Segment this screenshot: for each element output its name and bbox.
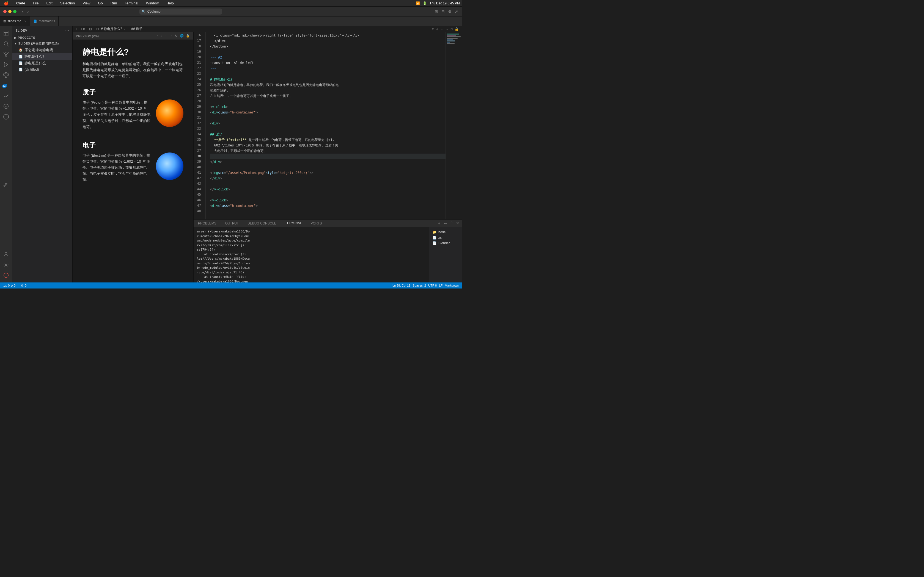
panel-tab-debug[interactable]: DEBUG CONSOLE xyxy=(243,219,281,227)
file-tree-blender[interactable]: 📄 Blender xyxy=(429,240,462,246)
panel-tab-output[interactable]: OUTPUT xyxy=(221,219,243,227)
code-line: </div> xyxy=(210,159,446,164)
search-bar[interactable]: 🔍 Coulumb xyxy=(139,8,222,15)
tab-slides-md-close[interactable]: ✕ xyxy=(24,20,26,23)
editor-icon5[interactable]: ↻ xyxy=(450,27,453,31)
line-number: 48 xyxy=(194,208,201,214)
sidebar-item-slide1[interactable]: 📄 静电是什么? xyxy=(12,53,72,60)
preview-down-icon[interactable]: ↓ xyxy=(160,34,162,38)
activity-extensions[interactable] xyxy=(1,70,11,80)
activity-search[interactable] xyxy=(1,39,11,48)
proton-image xyxy=(156,100,183,127)
preview-lock-icon[interactable]: 🔒 xyxy=(186,34,190,38)
minimize-button[interactable] xyxy=(8,10,11,13)
panel-more-icon[interactable]: ··· xyxy=(443,220,448,226)
editor-icon2[interactable]: ⇩ xyxy=(436,27,439,31)
bold-icon[interactable]: B xyxy=(83,27,85,31)
activity-explorer[interactable] xyxy=(1,28,11,38)
editor-icon6[interactable]: 🔒 xyxy=(455,27,459,31)
status-branch[interactable]: ⎇ 0 ⊘ 0 xyxy=(2,284,16,287)
layout-icon[interactable]: ⊟ xyxy=(441,9,445,14)
sidebar-item-home[interactable]: 🏠 库仑定律与静电场 xyxy=(12,47,72,53)
breadcrumb-file[interactable]: ⊡ xyxy=(89,27,92,31)
app-menu-code[interactable]: Code xyxy=(15,0,27,6)
split-editor-icon[interactable]: ⊞ xyxy=(434,9,439,14)
menu-file[interactable]: File xyxy=(31,0,40,6)
activity-graph[interactable] xyxy=(1,91,11,101)
file-tree-node[interactable]: 📁 node xyxy=(429,229,462,235)
status-eol[interactable]: LF xyxy=(438,284,444,287)
breadcrumb-item2[interactable]: ⊡ ## 质子 xyxy=(126,27,142,31)
apple-menu[interactable]: 🍎 xyxy=(2,0,10,6)
activity-source-control[interactable] xyxy=(1,49,11,59)
menu-run[interactable]: Run xyxy=(109,0,119,6)
status-spaces[interactable]: Spaces: 2 xyxy=(411,284,427,287)
editor-icon3[interactable]: ← xyxy=(440,27,444,31)
activity-slidev[interactable]: S 14 xyxy=(1,81,11,90)
code-editor-inner[interactable]: 1617181920212223242526272829303132333435… xyxy=(194,32,462,219)
tab-slides-md-label: slides.md xyxy=(7,19,21,23)
menu-go[interactable]: Go xyxy=(96,0,104,6)
sidebar-home-label: 库仑定律与静电场 xyxy=(24,48,53,53)
panel-add-icon[interactable]: ＋ xyxy=(437,220,442,226)
activity-python[interactable] xyxy=(1,181,11,191)
slide3-heading: 电子 xyxy=(82,141,183,150)
activity-run[interactable] xyxy=(1,60,11,69)
panel-tab-problems[interactable]: PROBLEMS xyxy=(194,219,221,227)
activity-error[interactable] xyxy=(1,270,11,280)
breadcrumb-item1[interactable]: ⊡ # 静电是什么? xyxy=(96,27,122,31)
editor-tabs-bar: ⊡ slides.md ✕ 📘 mermaid.ts xyxy=(0,16,462,26)
sidebar-item-slide2[interactable]: 📄 静电场是什么 xyxy=(12,60,72,66)
status-sync[interactable]: ⚙ 0 xyxy=(20,284,27,287)
maximize-button[interactable] xyxy=(13,10,16,13)
slides-label: SLIDES (库仑定律与静电场) xyxy=(18,42,58,46)
tab-slides-md[interactable]: ⊡ slides.md ✕ xyxy=(0,16,30,26)
menu-edit[interactable]: Edit xyxy=(45,0,54,6)
terminal-area[interactable]: arse) {/Users/makabaka1880/Documents/Sch… xyxy=(194,227,429,282)
preview-refresh-icon[interactable]: ↻ xyxy=(175,34,178,38)
zsh-file-icon: 📄 xyxy=(433,236,437,240)
file-tree-zsh[interactable]: 📄 zsh xyxy=(429,235,462,240)
activity-accounts[interactable] xyxy=(1,250,11,259)
menu-window[interactable]: Window xyxy=(144,0,160,6)
status-language[interactable]: Markdown xyxy=(444,284,460,287)
tab-mermaid-ts[interactable]: 📘 mermaid.ts xyxy=(30,16,58,26)
activity-knowledge[interactable] xyxy=(1,112,11,122)
split-view-icon[interactable]: ⊟ xyxy=(79,27,82,31)
status-eol-label: LF xyxy=(439,284,443,287)
sidebar-projects-header[interactable]: ▶ PROJECTS xyxy=(12,35,72,40)
editor-icon1[interactable]: ⇧ xyxy=(431,27,434,31)
preview-right-icon[interactable]: → xyxy=(170,34,173,38)
preview-split-icon[interactable]: ⊡ xyxy=(76,27,78,31)
preview-left-icon[interactable]: ← xyxy=(164,34,168,38)
slidev-badge: 14 xyxy=(2,84,6,88)
status-encoding[interactable]: UTF-8 xyxy=(427,284,438,287)
code-content[interactable]: <i class="mdi mdi-chevron-right fa-fade"… xyxy=(206,32,446,219)
panel-tab-terminal[interactable]: TERMINAL xyxy=(281,219,306,227)
settings-icon[interactable]: ⚙ xyxy=(447,9,452,14)
preview-globe-icon[interactable]: 🌐 xyxy=(180,34,184,38)
sidebar-more-icon[interactable]: ··· xyxy=(65,28,69,33)
close-button[interactable] xyxy=(3,10,6,13)
menu-help[interactable]: Help xyxy=(165,0,176,6)
menu-view[interactable]: View xyxy=(81,0,92,6)
activity-settings[interactable] xyxy=(1,260,11,270)
status-cursor[interactable]: Ln 38, Col 11 xyxy=(391,284,411,287)
panel-close-icon[interactable]: ✕ xyxy=(456,220,460,226)
menu-terminal[interactable]: Terminal xyxy=(123,0,140,6)
sidebar-item-slide3[interactable]: 📄 (Untitled) xyxy=(12,66,72,72)
slide3-text: 电子 (Electron) 是一种自然界中的电荷，携带负电荷。它的电荷量为 -1… xyxy=(82,153,150,183)
expand-icon[interactable]: ⤢ xyxy=(454,9,459,14)
panel-collapse-icon[interactable]: ⌃ xyxy=(449,220,454,226)
activity-deploy[interactable] xyxy=(1,102,11,111)
nav-forward-button[interactable]: › xyxy=(26,8,30,15)
slide2-icon: 📄 xyxy=(19,61,23,65)
sidebar-slides-header[interactable]: ▼ SLIDES (库仑定律与静电场) xyxy=(12,40,72,47)
preview-up-icon[interactable]: ↑ xyxy=(157,34,158,38)
terminal-line: s:1794:24) xyxy=(197,248,426,252)
panel-tab-ports[interactable]: PORTS xyxy=(306,219,326,227)
line-number: 25 xyxy=(194,82,201,88)
menu-selection[interactable]: Selection xyxy=(58,0,76,6)
nav-back-button[interactable]: ‹ xyxy=(21,8,24,15)
editor-icon4[interactable]: → xyxy=(445,27,449,31)
